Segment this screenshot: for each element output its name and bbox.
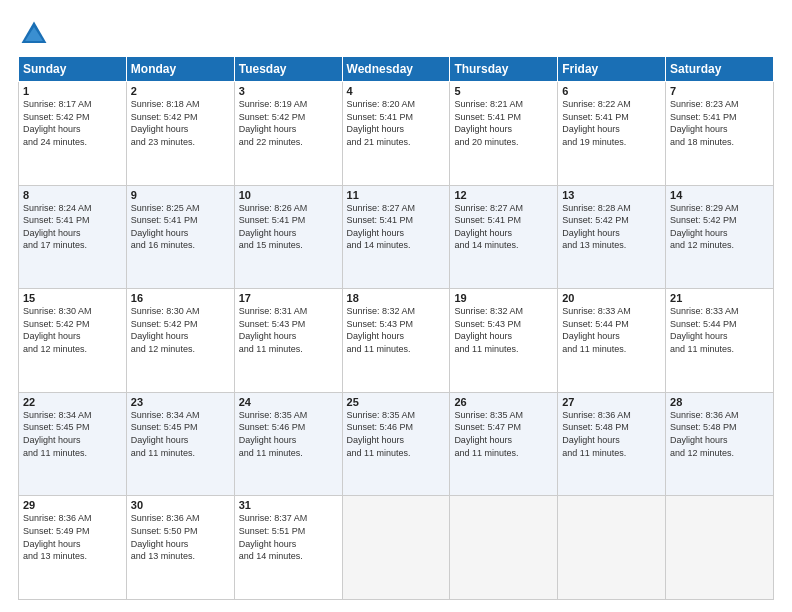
day-number: 30 [131, 499, 230, 511]
day-number: 12 [454, 189, 553, 201]
day-number: 21 [670, 292, 769, 304]
day-info: Sunrise: 8:20 AMSunset: 5:41 PMDaylight … [347, 99, 416, 147]
day-info: Sunrise: 8:27 AMSunset: 5:41 PMDaylight … [454, 203, 523, 251]
calendar-table: SundayMondayTuesdayWednesdayThursdayFrid… [18, 56, 774, 600]
day-info: Sunrise: 8:24 AMSunset: 5:41 PMDaylight … [23, 203, 92, 251]
week-row-2: 8 Sunrise: 8:24 AMSunset: 5:41 PMDayligh… [19, 185, 774, 289]
day-info: Sunrise: 8:27 AMSunset: 5:41 PMDaylight … [347, 203, 416, 251]
day-info: Sunrise: 8:21 AMSunset: 5:41 PMDaylight … [454, 99, 523, 147]
day-cell: 21 Sunrise: 8:33 AMSunset: 5:44 PMDaylig… [666, 289, 774, 393]
day-cell: 10 Sunrise: 8:26 AMSunset: 5:41 PMDaylig… [234, 185, 342, 289]
day-number: 19 [454, 292, 553, 304]
day-number: 23 [131, 396, 230, 408]
day-info: Sunrise: 8:17 AMSunset: 5:42 PMDaylight … [23, 99, 92, 147]
day-number: 29 [23, 499, 122, 511]
day-cell [666, 496, 774, 600]
day-cell: 28 Sunrise: 8:36 AMSunset: 5:48 PMDaylig… [666, 392, 774, 496]
day-cell: 11 Sunrise: 8:27 AMSunset: 5:41 PMDaylig… [342, 185, 450, 289]
day-cell: 25 Sunrise: 8:35 AMSunset: 5:46 PMDaylig… [342, 392, 450, 496]
day-cell: 12 Sunrise: 8:27 AMSunset: 5:41 PMDaylig… [450, 185, 558, 289]
day-info: Sunrise: 8:29 AMSunset: 5:42 PMDaylight … [670, 203, 739, 251]
day-cell: 31 Sunrise: 8:37 AMSunset: 5:51 PMDaylig… [234, 496, 342, 600]
day-cell: 19 Sunrise: 8:32 AMSunset: 5:43 PMDaylig… [450, 289, 558, 393]
day-number: 7 [670, 85, 769, 97]
day-cell: 22 Sunrise: 8:34 AMSunset: 5:45 PMDaylig… [19, 392, 127, 496]
day-cell: 29 Sunrise: 8:36 AMSunset: 5:49 PMDaylig… [19, 496, 127, 600]
day-info: Sunrise: 8:34 AMSunset: 5:45 PMDaylight … [23, 410, 92, 458]
day-info: Sunrise: 8:36 AMSunset: 5:49 PMDaylight … [23, 513, 92, 561]
day-number: 4 [347, 85, 446, 97]
day-info: Sunrise: 8:26 AMSunset: 5:41 PMDaylight … [239, 203, 308, 251]
day-number: 18 [347, 292, 446, 304]
day-number: 2 [131, 85, 230, 97]
day-info: Sunrise: 8:35 AMSunset: 5:46 PMDaylight … [347, 410, 416, 458]
day-number: 13 [562, 189, 661, 201]
day-info: Sunrise: 8:33 AMSunset: 5:44 PMDaylight … [670, 306, 739, 354]
day-info: Sunrise: 8:32 AMSunset: 5:43 PMDaylight … [454, 306, 523, 354]
day-info: Sunrise: 8:36 AMSunset: 5:48 PMDaylight … [670, 410, 739, 458]
day-number: 25 [347, 396, 446, 408]
day-cell: 5 Sunrise: 8:21 AMSunset: 5:41 PMDayligh… [450, 82, 558, 186]
day-info: Sunrise: 8:37 AMSunset: 5:51 PMDaylight … [239, 513, 308, 561]
logo-icon [18, 18, 50, 50]
day-cell [450, 496, 558, 600]
header-cell-tuesday: Tuesday [234, 57, 342, 82]
day-cell: 23 Sunrise: 8:34 AMSunset: 5:45 PMDaylig… [126, 392, 234, 496]
week-row-3: 15 Sunrise: 8:30 AMSunset: 5:42 PMDaylig… [19, 289, 774, 393]
header-cell-thursday: Thursday [450, 57, 558, 82]
day-number: 17 [239, 292, 338, 304]
day-cell: 4 Sunrise: 8:20 AMSunset: 5:41 PMDayligh… [342, 82, 450, 186]
day-info: Sunrise: 8:35 AMSunset: 5:47 PMDaylight … [454, 410, 523, 458]
day-number: 28 [670, 396, 769, 408]
day-info: Sunrise: 8:30 AMSunset: 5:42 PMDaylight … [23, 306, 92, 354]
day-cell: 1 Sunrise: 8:17 AMSunset: 5:42 PMDayligh… [19, 82, 127, 186]
day-cell: 18 Sunrise: 8:32 AMSunset: 5:43 PMDaylig… [342, 289, 450, 393]
day-info: Sunrise: 8:28 AMSunset: 5:42 PMDaylight … [562, 203, 631, 251]
day-number: 11 [347, 189, 446, 201]
day-cell: 16 Sunrise: 8:30 AMSunset: 5:42 PMDaylig… [126, 289, 234, 393]
day-number: 16 [131, 292, 230, 304]
day-number: 26 [454, 396, 553, 408]
day-cell: 13 Sunrise: 8:28 AMSunset: 5:42 PMDaylig… [558, 185, 666, 289]
day-cell: 6 Sunrise: 8:22 AMSunset: 5:41 PMDayligh… [558, 82, 666, 186]
day-info: Sunrise: 8:23 AMSunset: 5:41 PMDaylight … [670, 99, 739, 147]
logo [18, 18, 54, 50]
header-row: SundayMondayTuesdayWednesdayThursdayFrid… [19, 57, 774, 82]
day-cell: 9 Sunrise: 8:25 AMSunset: 5:41 PMDayligh… [126, 185, 234, 289]
day-number: 20 [562, 292, 661, 304]
header-cell-wednesday: Wednesday [342, 57, 450, 82]
header [18, 18, 774, 50]
day-info: Sunrise: 8:30 AMSunset: 5:42 PMDaylight … [131, 306, 200, 354]
day-number: 14 [670, 189, 769, 201]
day-info: Sunrise: 8:36 AMSunset: 5:50 PMDaylight … [131, 513, 200, 561]
week-row-4: 22 Sunrise: 8:34 AMSunset: 5:45 PMDaylig… [19, 392, 774, 496]
day-cell: 8 Sunrise: 8:24 AMSunset: 5:41 PMDayligh… [19, 185, 127, 289]
day-cell: 7 Sunrise: 8:23 AMSunset: 5:41 PMDayligh… [666, 82, 774, 186]
day-info: Sunrise: 8:36 AMSunset: 5:48 PMDaylight … [562, 410, 631, 458]
day-info: Sunrise: 8:19 AMSunset: 5:42 PMDaylight … [239, 99, 308, 147]
day-cell: 17 Sunrise: 8:31 AMSunset: 5:43 PMDaylig… [234, 289, 342, 393]
day-number: 31 [239, 499, 338, 511]
day-number: 15 [23, 292, 122, 304]
day-info: Sunrise: 8:35 AMSunset: 5:46 PMDaylight … [239, 410, 308, 458]
day-number: 3 [239, 85, 338, 97]
day-cell: 2 Sunrise: 8:18 AMSunset: 5:42 PMDayligh… [126, 82, 234, 186]
day-number: 27 [562, 396, 661, 408]
day-cell: 27 Sunrise: 8:36 AMSunset: 5:48 PMDaylig… [558, 392, 666, 496]
day-cell: 3 Sunrise: 8:19 AMSunset: 5:42 PMDayligh… [234, 82, 342, 186]
day-number: 10 [239, 189, 338, 201]
day-info: Sunrise: 8:31 AMSunset: 5:43 PMDaylight … [239, 306, 308, 354]
week-row-5: 29 Sunrise: 8:36 AMSunset: 5:49 PMDaylig… [19, 496, 774, 600]
week-row-1: 1 Sunrise: 8:17 AMSunset: 5:42 PMDayligh… [19, 82, 774, 186]
day-number: 6 [562, 85, 661, 97]
day-info: Sunrise: 8:33 AMSunset: 5:44 PMDaylight … [562, 306, 631, 354]
day-number: 22 [23, 396, 122, 408]
day-cell [558, 496, 666, 600]
day-info: Sunrise: 8:22 AMSunset: 5:41 PMDaylight … [562, 99, 631, 147]
header-cell-monday: Monday [126, 57, 234, 82]
day-cell: 20 Sunrise: 8:33 AMSunset: 5:44 PMDaylig… [558, 289, 666, 393]
day-cell: 15 Sunrise: 8:30 AMSunset: 5:42 PMDaylig… [19, 289, 127, 393]
day-info: Sunrise: 8:25 AMSunset: 5:41 PMDaylight … [131, 203, 200, 251]
day-cell: 26 Sunrise: 8:35 AMSunset: 5:47 PMDaylig… [450, 392, 558, 496]
day-info: Sunrise: 8:18 AMSunset: 5:42 PMDaylight … [131, 99, 200, 147]
